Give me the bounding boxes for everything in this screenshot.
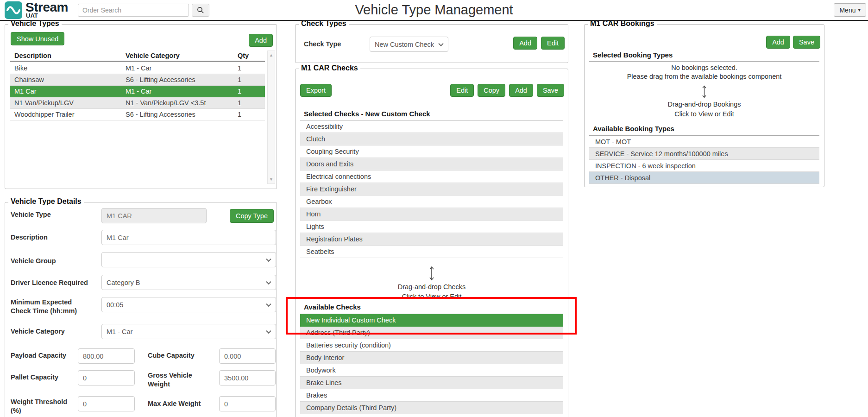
cube-capacity-label: Cube Capacity [148, 351, 195, 360]
check-item[interactable]: Electrical connections [300, 171, 563, 183]
max-axle-weight-label: Max Axle Weight [148, 399, 201, 408]
booking-type-item[interactable]: MOT - MOT [589, 136, 819, 148]
add-check-button[interactable]: Add [509, 84, 533, 97]
min-check-time-value: 00:05 [107, 301, 123, 309]
column-description: Description [14, 52, 126, 59]
m1-car-checks-panel: M1 CAR Checks Export Edit Copy Add Save … [295, 69, 568, 417]
drag-hint-line2: Click to View or Edit [585, 109, 824, 119]
vehicle-category-label: Vehicle Category [11, 327, 65, 336]
up-down-arrow-icon [428, 265, 435, 281]
vehicle-category-value: M1 - Car [107, 328, 132, 335]
no-bookings-message-line1: No bookings selected. [585, 64, 824, 71]
drag-hint-line2: Click to View or Edit [296, 292, 568, 302]
cell-category: N1 - Van/Pickup/LGV <3.5t [126, 99, 238, 107]
min-check-time-label: Minimum Expected Check Time (hh:mm) [11, 298, 88, 316]
check-item[interactable]: Coupling Security [300, 145, 563, 158]
save-bookings-button[interactable]: Save [793, 36, 820, 49]
export-button[interactable]: Export [300, 84, 332, 97]
cell-description: Woodchipper Trailer [14, 111, 126, 118]
available-check-item[interactable]: Body Interior [300, 352, 563, 364]
cell-description: Bike [14, 64, 126, 72]
edit-check-type-button[interactable]: Edit [541, 37, 565, 50]
available-check-item[interactable]: Company Details (Third Party) [300, 402, 563, 414]
vehicle-group-select[interactable] [101, 252, 276, 267]
available-check-item[interactable]: Address (Third Party) [300, 327, 563, 339]
cell-description: Chainsaw [14, 76, 126, 83]
divider [589, 61, 819, 62]
booking-type-item-highlighted[interactable]: OTHER - Disposal [589, 172, 819, 184]
table-row[interactable]: Bike M1 - Car 1 [10, 63, 265, 74]
vehicle-type-field[interactable] [101, 208, 207, 223]
scroll-down-icon[interactable]: ▼ [269, 177, 273, 182]
description-field[interactable] [101, 230, 276, 245]
available-check-item-selected[interactable]: New Individual Custom Check [300, 314, 563, 327]
booking-type-item[interactable]: INSPECTION - 6 week inspection [589, 160, 819, 172]
table-row[interactable]: Chainsaw S6 - Lifting Accessories 1 [10, 74, 265, 86]
edit-checks-button[interactable]: Edit [450, 84, 474, 97]
available-check-item[interactable]: Brake Lines [300, 377, 563, 389]
vehicle-type-management-page: Stream UAT Vehicle Type Management Menu … [0, 0, 868, 417]
up-down-arrow-icon [701, 85, 707, 99]
menu-button[interactable]: Menu ▾ [834, 3, 866, 17]
cell-category: S6 - Lifting Accessories [126, 76, 238, 83]
chevron-down-icon: ▾ [858, 7, 861, 13]
copy-type-button[interactable]: Copy Type [230, 209, 274, 223]
scroll-up-icon[interactable]: ▲ [269, 53, 273, 57]
table-row[interactable]: N1 Van/Pickup/LGV N1 - Van/Pickup/LGV <3… [10, 97, 265, 109]
gross-vehicle-weight-field[interactable] [219, 370, 276, 385]
drag-drop-bookings-hint: Drag-and-drop Bookings Click to View or … [585, 85, 824, 119]
pallet-capacity-label: Pallet Capacity [11, 373, 58, 382]
cube-capacity-field[interactable] [219, 348, 276, 364]
add-check-type-button[interactable]: Add [513, 37, 537, 50]
payload-capacity-label: Payload Capacity [11, 351, 66, 360]
check-item[interactable]: Fire Extinguisher [300, 183, 563, 196]
booking-type-item[interactable]: SERVICE - Service 12 months/100000 miles [589, 148, 819, 160]
check-item[interactable]: Doors and Exits [300, 158, 563, 171]
vehicle-type-label: Vehicle Type [11, 210, 51, 219]
available-check-item[interactable]: Batteries security (condition) [300, 339, 563, 352]
pallet-capacity-field[interactable] [78, 370, 135, 385]
cell-category: M1 - Car [126, 64, 238, 72]
max-axle-weight-field[interactable] [219, 396, 276, 411]
table-row[interactable]: Woodchipper Trailer S6 - Lifting Accesso… [10, 109, 265, 120]
check-type-select[interactable]: New Custom Check [370, 37, 448, 52]
check-item[interactable]: Accessibility [300, 120, 563, 133]
copy-checks-button[interactable]: Copy [478, 84, 505, 97]
vehicle-type-details-panel: Vehicle Type Details Vehicle Type Copy T… [5, 202, 277, 417]
check-item[interactable]: Lights [300, 221, 563, 233]
driver-licence-select[interactable]: Category B [101, 275, 276, 290]
vertical-scrollbar[interactable]: ▲ ▼ [267, 51, 275, 184]
cell-qty: 1 [238, 99, 265, 107]
cell-qty: 1 [238, 64, 265, 72]
available-check-item[interactable]: Brakes [300, 389, 563, 402]
check-item[interactable]: Clutch [300, 133, 563, 145]
add-booking-button[interactable]: Add [766, 36, 790, 49]
weight-threshold-label: Weight Threshold (%) [11, 398, 73, 415]
check-item[interactable]: Seatbelts [300, 246, 563, 258]
available-check-item[interactable]: Bodywork [300, 364, 563, 377]
payload-capacity-field[interactable] [78, 348, 135, 364]
check-item[interactable]: Horn [300, 208, 563, 221]
selected-checks-header: Selected Checks - New Custom Check [304, 110, 430, 118]
check-types-panel: Check Types Check Type New Custom Check … [295, 24, 568, 63]
m1-car-checks-legend: M1 CAR Checks [299, 64, 360, 72]
description-label: Description [11, 233, 48, 242]
show-unused-button[interactable]: Show Unused [11, 32, 64, 45]
vehicle-category-select[interactable]: M1 - Car [101, 324, 276, 339]
min-check-time-select[interactable]: 00:05 [101, 297, 276, 312]
menu-label: Menu [839, 6, 855, 14]
app-header: Stream UAT Vehicle Type Management Menu … [0, 0, 868, 21]
add-vehicle-type-button[interactable]: Add [249, 34, 273, 47]
cell-category: S6 - Lifting Accessories [126, 111, 238, 118]
drag-hint-line1: Drag-and-drop Bookings [585, 100, 824, 109]
page-title: Vehicle Type Management [0, 2, 868, 18]
weight-threshold-field[interactable] [78, 396, 135, 411]
check-item[interactable]: Gearbox [300, 196, 563, 208]
selected-booking-types-header: Selected Booking Types [593, 51, 673, 59]
vehicle-type-details-legend: Vehicle Type Details [8, 197, 84, 206]
save-checks-button[interactable]: Save [537, 84, 564, 97]
check-item[interactable]: Registration Plates [300, 233, 563, 246]
check-type-value: New Custom Check [375, 41, 434, 48]
table-row-selected[interactable]: M1 Car M1 - Car 1 [10, 86, 265, 97]
driver-licence-value: Category B [107, 279, 140, 286]
